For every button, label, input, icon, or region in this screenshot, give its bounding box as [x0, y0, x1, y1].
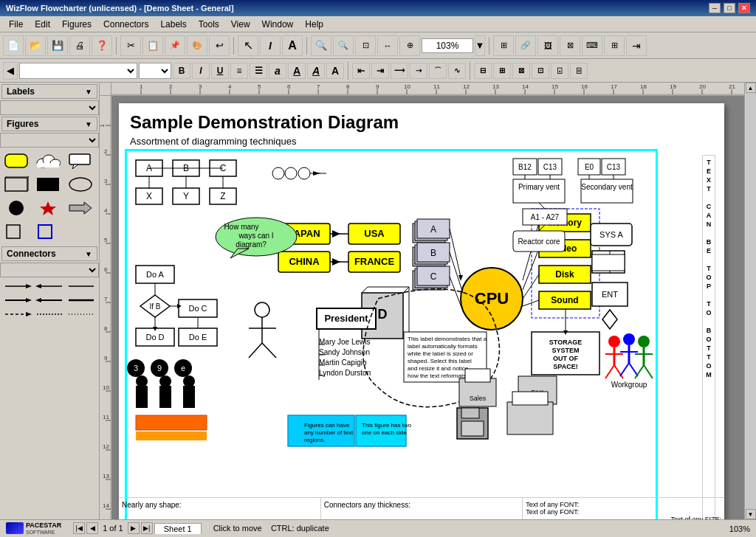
pointer-tool[interactable]: ↖ [238, 35, 258, 56]
zoom-width-button[interactable]: ↔ [377, 35, 398, 56]
menu-figures[interactable]: Figures [56, 18, 97, 31]
labels-panel-arrow[interactable]: ▼ [85, 88, 92, 96]
connector-arrow-left-1[interactable] [35, 280, 63, 292]
paste-button[interactable]: 📌 [165, 35, 185, 56]
align-center-button[interactable]: ☰ [250, 63, 267, 79]
shape-solid-circle[interactable] [3, 198, 30, 218]
text-style-1-button[interactable]: A [288, 63, 306, 79]
labels-dropdown[interactable] [0, 100, 99, 115]
zoom-custom-button[interactable]: ⊕ [399, 35, 420, 56]
menu-file[interactable]: File [3, 18, 29, 31]
close-button[interactable]: ✕ [738, 3, 750, 13]
connector-line-2[interactable] [67, 294, 96, 306]
connector-dashed-1[interactable] [3, 308, 32, 320]
forward-button[interactable]: ⇥ [626, 35, 647, 56]
shape-blue-square[interactable] [35, 221, 61, 242]
format-painter-button[interactable]: 🎨 [187, 35, 207, 56]
menu-view[interactable]: View [225, 18, 256, 31]
link-button[interactable]: 🔗 [515, 35, 536, 56]
minimize-button[interactable]: ─ [709, 3, 721, 13]
font-size-selector[interactable] [139, 63, 171, 79]
page-first-button[interactable]: |◀ [73, 522, 85, 534]
connector-line-1[interactable] [67, 280, 96, 292]
fmt-misc-1[interactable]: ⊟ [474, 63, 492, 79]
connector-style-1[interactable]: ⟶ [391, 63, 408, 79]
fmt-misc-6[interactable]: ⌻ [570, 63, 588, 79]
connector-curve-2[interactable]: ∿ [448, 63, 466, 79]
shape-square-outline[interactable] [3, 221, 30, 242]
fmt-misc-3[interactable]: ⊠ [512, 63, 530, 79]
shape-star[interactable] [35, 198, 61, 218]
shape-callout[interactable] [67, 150, 94, 171]
align-left-button[interactable]: ≡ [230, 63, 248, 79]
undo-button[interactable]: ↩ [209, 35, 230, 56]
tb-btn-a[interactable]: ⌨ [582, 35, 602, 56]
window-controls[interactable]: ─ □ ✕ [709, 3, 750, 13]
italic-button[interactable]: I [192, 63, 210, 79]
connectors-panel-arrow[interactable]: ▼ [85, 250, 92, 258]
nav-back-button[interactable]: ◀ [3, 62, 18, 80]
print-button[interactable]: 🖨 [69, 35, 90, 56]
canvas-wrapper[interactable]: 1 2 3 4 5 6 7 8 9 10 11 [100, 83, 744, 519]
fmt-misc-4[interactable]: ⊡ [532, 63, 549, 79]
scroll-up-button[interactable]: ▲ [746, 83, 756, 93]
print2-button[interactable]: ⊠ [560, 35, 580, 56]
fmt-misc-5[interactable]: ⌺ [551, 63, 568, 79]
scroll-down-button[interactable]: ▼ [746, 509, 756, 519]
cut-button[interactable]: ✂ [120, 35, 141, 56]
connector-curve-1[interactable]: ⌒ [429, 63, 447, 79]
maximize-button[interactable]: □ [724, 3, 735, 13]
text-cursor-tool[interactable]: I [260, 35, 281, 56]
help-button[interactable]: ❓ [92, 35, 112, 56]
shape-solid-rect[interactable] [35, 174, 61, 195]
sheet-tab[interactable]: Sheet 1 [154, 523, 202, 534]
connector-arrow-left-2[interactable] [35, 294, 63, 306]
page-prev-button[interactable]: ◀ [86, 522, 98, 534]
menu-edit[interactable]: Edit [29, 18, 56, 31]
open-button[interactable]: 📂 [25, 35, 46, 56]
zoom-fit-button[interactable]: ⊡ [355, 35, 376, 56]
indent-button[interactable]: ⇤ [352, 63, 370, 79]
connectors-dropdown[interactable] [0, 263, 99, 277]
page-next-button[interactable]: ▶ [128, 522, 140, 534]
underline-button[interactable]: U [211, 63, 229, 79]
menu-connectors[interactable]: Connectors [97, 18, 154, 31]
connector-style-2[interactable]: ⇢ [410, 63, 427, 79]
text-style-2-button[interactable]: A [307, 63, 325, 79]
zoom-out-button[interactable]: 🔍 [333, 35, 354, 56]
figures-dropdown[interactable] [0, 133, 99, 148]
image-button[interactable]: 🖼 [537, 35, 558, 56]
zoom-display[interactable]: 103% [422, 38, 473, 53]
outdent-button[interactable]: ⇥ [371, 63, 389, 79]
menu-window[interactable]: Window [256, 18, 300, 31]
fmt-misc-2[interactable]: ⊞ [493, 63, 511, 79]
diagram-sheet[interactable]: Sample Demonstration Diagram Assortment … [119, 103, 724, 519]
shape-rect-outline[interactable] [3, 174, 30, 195]
save-button[interactable]: 💾 [47, 35, 68, 56]
text-style-3-button[interactable]: A [326, 63, 344, 79]
shape-ellipse[interactable] [67, 174, 94, 195]
connector-arrow-right-2[interactable] [3, 294, 32, 306]
right-scrollbar[interactable]: ▲ ▼ [744, 83, 756, 519]
shape-cloud[interactable] [35, 150, 61, 171]
font-color-a-button[interactable]: a [269, 63, 286, 79]
bold-button[interactable]: B [173, 63, 190, 79]
tb-btn-b[interactable]: ⊞ [604, 35, 625, 56]
copy-button[interactable]: 📋 [142, 35, 163, 56]
font-selector[interactable] [19, 63, 137, 79]
text-tool[interactable]: A [282, 35, 303, 56]
shape-arrow-right[interactable] [67, 198, 94, 218]
labels-panel-header[interactable]: Labels ▼ [1, 84, 97, 99]
zoom-in-button[interactable]: 🔍 [311, 35, 331, 56]
menu-tools[interactable]: Tools [193, 18, 225, 31]
connector-arrow-right-1[interactable] [3, 280, 32, 292]
connector-dashed-2[interactable] [35, 308, 63, 320]
shape-rounded-rect[interactable] [3, 150, 30, 171]
figures-panel-arrow[interactable]: ▼ [85, 120, 92, 128]
menu-help[interactable]: Help [299, 18, 329, 31]
connectors-panel-header[interactable]: Connectors ▼ [1, 246, 97, 261]
connector-dotted-1[interactable] [67, 308, 96, 320]
new-button[interactable]: 📄 [3, 35, 24, 56]
page-last-button[interactable]: ▶| [141, 522, 153, 534]
grid-button[interactable]: ⊞ [493, 35, 514, 56]
